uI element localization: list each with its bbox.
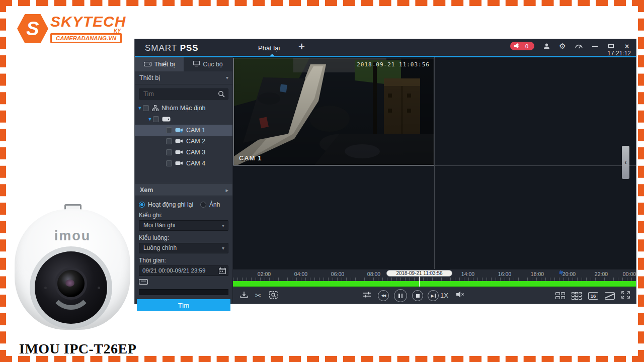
fullscreen-icon[interactable] xyxy=(621,291,630,300)
camera-checkbox[interactable] xyxy=(166,160,172,166)
device-mini-icon xyxy=(139,279,228,286)
product-photo: imou xyxy=(13,203,132,333)
camera-row-2[interactable]: CAM 2 xyxy=(135,136,232,147)
pause-button[interactable] xyxy=(394,289,407,302)
add-tab-button[interactable]: + xyxy=(298,40,305,53)
timeline-tickmarks xyxy=(233,278,636,281)
picture-radio-label: Ảnh xyxy=(209,201,220,208)
sidebar: Thiết bị Cục bộ Thiết bị ▾ xyxy=(135,57,233,303)
find-button[interactable]: Tìm xyxy=(137,299,230,311)
record-radio[interactable] xyxy=(139,202,145,208)
panel-collapse-handle[interactable]: ‹ xyxy=(622,146,629,179)
timeline-tick: 04:00 xyxy=(294,271,307,277)
close-button[interactable]: × xyxy=(623,43,631,50)
device-nvr-icon xyxy=(162,117,171,122)
timeline-tick: 18:00 xyxy=(531,271,544,277)
camera-row-1[interactable]: CAM 1 xyxy=(135,125,232,136)
tab-local[interactable]: Cục bộ xyxy=(184,57,232,71)
minimize-button[interactable] xyxy=(591,43,599,50)
app-logo-pss: PSS xyxy=(180,43,199,53)
page: S SKYTECH KY CAMERADANANG.VN imou IMOU I… xyxy=(0,0,644,362)
tree-expand-icon[interactable]: ▼ xyxy=(137,106,143,111)
calendar-icon[interactable] xyxy=(219,267,226,277)
camera-row-4[interactable]: CAM 4 xyxy=(135,158,232,169)
clip-scissors-icon[interactable]: ✂ xyxy=(255,291,262,300)
brand-hexagon-icon: S xyxy=(17,14,48,43)
group-tree-icon xyxy=(152,105,158,111)
playback-speed[interactable]: 1X xyxy=(440,292,448,299)
timeline-record-bar[interactable] xyxy=(233,281,636,287)
stream-type-select[interactable]: Luồng chính ▾ xyxy=(139,243,228,253)
timeline-tick: 00:00 xyxy=(623,271,636,277)
timeline[interactable]: 02:00 04:00 06:00 08:00 14:00 16:00 18:0… xyxy=(233,269,636,287)
playback-toolbar: ✂ ◀◀ ▶ 1X xyxy=(233,287,636,303)
chevron-down-icon: ▾ xyxy=(226,71,228,84)
stream-type-label: Kiểu luồng: xyxy=(139,234,228,241)
video-cell-cam1[interactable]: 2018-09-21 11:03:56 CAM 1 xyxy=(233,58,434,165)
sync-sliders-icon[interactable] xyxy=(363,291,371,298)
tab-active-caret-icon xyxy=(270,54,275,56)
camera-icon xyxy=(175,139,183,144)
device-type-select[interactable]: Thiết bị ▾ xyxy=(135,71,232,84)
camera-mic-dot xyxy=(44,287,47,289)
alarm-count: 0 xyxy=(525,43,528,49)
tree-group-row[interactable]: ▼ Nhóm Mặc định xyxy=(135,103,232,114)
user-icon[interactable] xyxy=(542,43,550,50)
timeline-tick: 08:00 xyxy=(367,271,380,277)
mute-speaker-icon[interactable] xyxy=(456,291,464,298)
chevron-down-icon: ▾ xyxy=(222,243,224,253)
view-split-group: 16 xyxy=(555,291,630,300)
settings-gear-icon[interactable]: ⚙ xyxy=(558,43,567,50)
camera-checkbox[interactable] xyxy=(166,138,172,144)
tree-expand-icon[interactable]: ▼ xyxy=(147,117,153,122)
stream-type-value: Luồng chính xyxy=(143,244,177,251)
camera-label: CAM 4 xyxy=(186,160,205,167)
camera-label: CAM 2 xyxy=(186,138,205,145)
tab-device[interactable]: Thiết bị xyxy=(135,57,184,71)
brand-name: SKYTECH xyxy=(50,13,126,30)
chevron-down-icon: ▾ xyxy=(222,221,224,230)
search-input[interactable] xyxy=(139,89,215,99)
camera-row-3[interactable]: CAM 3 xyxy=(135,147,232,158)
arrow-right-icon: ▸ xyxy=(225,184,228,197)
time-range-input[interactable]: 09/21 00:00-09/21 23:59 xyxy=(139,265,228,276)
timeline-playhead[interactable] xyxy=(419,276,420,287)
download-icon[interactable] xyxy=(240,291,248,299)
maximize-button[interactable] xyxy=(607,43,615,50)
custom-split-icon[interactable] xyxy=(605,292,615,300)
device-checkbox[interactable] xyxy=(153,116,159,122)
tab-playback[interactable]: Phát lại xyxy=(258,44,280,52)
next-frame-button[interactable]: ▶ xyxy=(428,290,439,301)
camera-checkbox[interactable] xyxy=(166,127,172,133)
rewind-button[interactable]: ◀◀ xyxy=(378,290,389,301)
record-type-value: Mọi Bản ghi xyxy=(143,222,175,229)
time-label: Thời gian: xyxy=(139,257,228,264)
split-4-icon[interactable] xyxy=(555,292,565,299)
record-type-select[interactable]: Mọi Bản ghi ▾ xyxy=(139,220,228,231)
performance-gauge-icon[interactable] xyxy=(575,43,583,50)
view-section-label: Xem xyxy=(140,187,153,194)
zoom-region-icon[interactable] xyxy=(269,291,278,299)
group-label: Nhóm Mặc định xyxy=(162,105,206,112)
view-section-header[interactable]: Xem ▸ xyxy=(135,183,232,196)
device-type-value: Thiết bị xyxy=(139,74,160,81)
record-radio-label: Hoạt động ghi lại xyxy=(148,201,193,208)
split-16-icon[interactable]: 16 xyxy=(588,292,598,300)
timeline-tick: 14:00 xyxy=(461,271,474,277)
picture-radio[interactable] xyxy=(200,202,206,208)
monitor-icon xyxy=(193,61,200,68)
timeline-tick: 06:00 xyxy=(331,271,344,277)
time-range-value: 09/21 00:00-09/21 23:59 xyxy=(142,267,205,274)
tree-device-row[interactable]: ▼ xyxy=(135,114,232,125)
search-icon[interactable] xyxy=(218,90,225,100)
alarm-badge[interactable]: 0 xyxy=(510,42,534,50)
app-body: Thiết bị Cục bộ Thiết bị ▾ xyxy=(135,57,636,303)
record-type-label: Kiểu ghi: xyxy=(139,212,228,219)
split-9-icon[interactable] xyxy=(572,292,582,300)
camera-checkbox[interactable] xyxy=(166,149,172,155)
timeline-position-marker[interactable]: 2018-09-21 11:03:56 xyxy=(386,270,452,277)
group-checkbox[interactable] xyxy=(143,105,149,111)
stop-button[interactable] xyxy=(412,290,423,301)
clock: 17:21:12 xyxy=(607,50,631,57)
osd-camera-label: CAM 1 xyxy=(239,154,262,162)
